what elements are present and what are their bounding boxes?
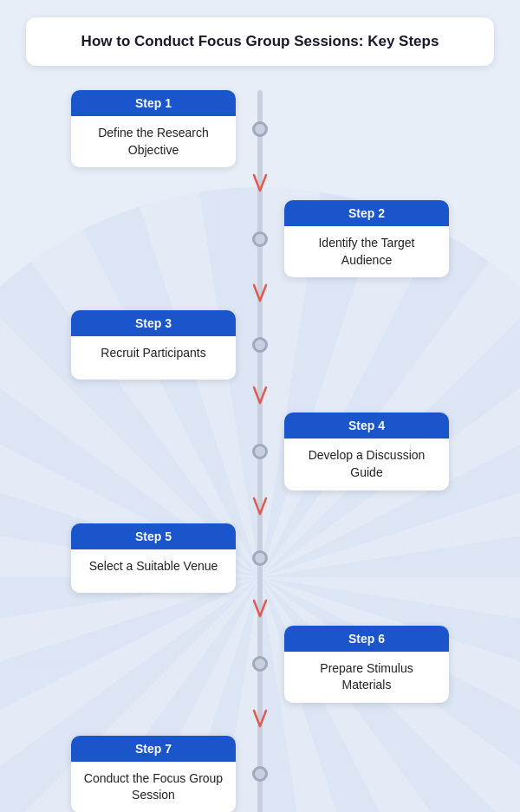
step-body-2: Identify the Target Audience bbox=[284, 226, 449, 277]
connector-4 bbox=[26, 490, 494, 523]
arrow-icon-5 bbox=[250, 597, 270, 621]
step-row-4: Step 4 Develop a Discussion Guide bbox=[26, 412, 494, 490]
step-right-6: Step 6 Prepare Stimulus Materials bbox=[260, 626, 494, 703]
step-card-4: Step 4 Develop a Discussion Guide bbox=[284, 412, 449, 490]
connector-5 bbox=[26, 593, 494, 626]
step-header-5: Step 5 bbox=[71, 523, 236, 549]
step-row-3: Step 3 Recruit Participants bbox=[26, 310, 494, 380]
step-center-2 bbox=[252, 231, 268, 247]
step-row-1: Step 1 Define the Research Objective bbox=[26, 90, 494, 167]
step-center-7 bbox=[252, 766, 268, 782]
connector-6 bbox=[26, 703, 494, 736]
arrow-icon-3 bbox=[250, 384, 270, 408]
step-right-2: Step 2 Identify the Target Audience bbox=[260, 200, 494, 277]
step-header-6: Step 6 bbox=[284, 626, 449, 652]
step-center-6 bbox=[252, 656, 268, 672]
step-left-5: Step 5 Select a Suitable Venue bbox=[26, 523, 260, 593]
step-body-5: Select a Suitable Venue bbox=[71, 549, 236, 584]
center-circle-2 bbox=[252, 231, 268, 247]
step-card-2: Step 2 Identify the Target Audience bbox=[284, 200, 449, 277]
step-card-3: Step 3 Recruit Participants bbox=[71, 310, 236, 380]
arrow-icon-6 bbox=[250, 707, 270, 731]
step-row-7: Step 7 Conduct the Focus Group Session bbox=[26, 736, 494, 812]
step-center-5 bbox=[252, 550, 268, 566]
step-card-1: Step 1 Define the Research Objective bbox=[71, 90, 236, 167]
step-center-1 bbox=[252, 121, 268, 137]
step-body-4: Develop a Discussion Guide bbox=[284, 438, 449, 490]
center-circle-7 bbox=[252, 766, 268, 782]
timeline: Step 1 Define the Research Objective bbox=[26, 90, 494, 812]
step-left-1: Step 1 Define the Research Objective bbox=[26, 90, 260, 167]
step-body-6: Prepare Stimulus Materials bbox=[284, 652, 449, 703]
step-card-7: Step 7 Conduct the Focus Group Session bbox=[71, 736, 236, 812]
step-center-3 bbox=[252, 337, 268, 353]
step-body-1: Define the Research Objective bbox=[71, 116, 236, 167]
step-row-2: Step 2 Identify the Target Audience bbox=[26, 200, 494, 277]
center-circle-5 bbox=[252, 550, 268, 566]
step-header-2: Step 2 bbox=[284, 200, 449, 226]
step-header-7: Step 7 bbox=[71, 736, 236, 762]
step-row-6: Step 6 Prepare Stimulus Materials bbox=[26, 626, 494, 703]
center-circle-4 bbox=[252, 444, 268, 459]
arrow-icon-2 bbox=[250, 282, 270, 306]
step-right-4: Step 4 Develop a Discussion Guide bbox=[260, 412, 494, 490]
center-circle-1 bbox=[252, 121, 268, 137]
arrow-icon-4 bbox=[250, 495, 270, 519]
step-card-5: Step 5 Select a Suitable Venue bbox=[71, 523, 236, 593]
center-circle-6 bbox=[252, 656, 268, 672]
step-row-5: Step 5 Select a Suitable Venue bbox=[26, 523, 494, 593]
step-header-1: Step 1 bbox=[71, 90, 236, 116]
step-header-3: Step 3 bbox=[71, 310, 236, 336]
page-title: How to Conduct Focus Group Sessions: Key… bbox=[26, 17, 494, 66]
arrow-icon-1 bbox=[250, 172, 270, 196]
center-circle-3 bbox=[252, 337, 268, 353]
step-body-7: Conduct the Focus Group Session bbox=[71, 762, 236, 812]
step-center-4 bbox=[252, 444, 268, 459]
page-wrapper: How to Conduct Focus Group Sessions: Key… bbox=[0, 0, 520, 812]
step-body-3: Recruit Participants bbox=[71, 336, 236, 371]
step-card-6: Step 6 Prepare Stimulus Materials bbox=[284, 626, 449, 703]
step-left-3: Step 3 Recruit Participants bbox=[26, 310, 260, 380]
step-header-4: Step 4 bbox=[284, 412, 449, 438]
step-left-7: Step 7 Conduct the Focus Group Session bbox=[26, 736, 260, 812]
connector-2 bbox=[26, 277, 494, 310]
connector-1 bbox=[26, 167, 494, 200]
connector-3 bbox=[26, 380, 494, 412]
